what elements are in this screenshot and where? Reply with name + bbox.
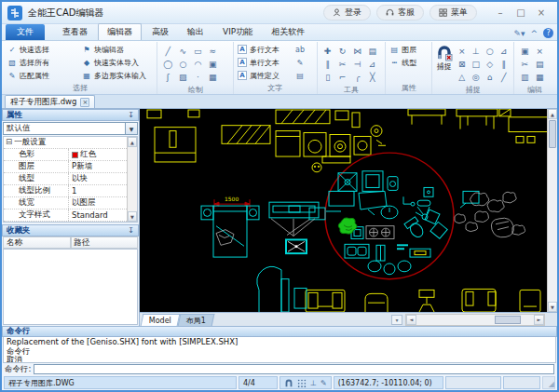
ellipse-icon[interactable]: ○: [176, 58, 189, 70]
quick-select-button[interactable]: ✓快速选择: [6, 43, 80, 56]
snap-parallel-icon[interactable]: ∥: [498, 58, 510, 70]
snap-node-icon[interactable]: □: [470, 58, 482, 70]
quick-entity-import-button[interactable]: ◆快速实体导入: [80, 56, 148, 69]
offset-icon[interactable]: ∥: [321, 58, 334, 70]
join-icon[interactable]: ⌐: [336, 71, 349, 83]
command-input[interactable]: [34, 364, 554, 374]
quick-edit-icon[interactable]: ✎▾: [513, 29, 525, 38]
property-row[interactable]: 图层 P新墙: [4, 161, 127, 173]
paste-block-icon[interactable]: ▦: [533, 71, 546, 83]
spell-check-icon[interactable]: ab: [293, 43, 307, 56]
block-editor-button[interactable]: ⚑块编辑器: [80, 43, 148, 56]
scale-icon[interactable]: ⊿: [366, 58, 379, 70]
document-tab[interactable]: 程子专用图库.dwg ×: [5, 95, 95, 108]
yellow-appliance-blocks[interactable]: [147, 109, 547, 172]
chevron-down-icon[interactable]: ▼: [125, 123, 137, 134]
break-icon[interactable]: ▯: [321, 71, 334, 83]
document-close-icon[interactable]: ×: [80, 98, 89, 107]
explode-icon[interactable]: ╳: [366, 71, 379, 83]
ribbon-tab[interactable]: 高级: [143, 24, 177, 40]
copy-icon[interactable]: ▣: [518, 45, 531, 57]
table-icon[interactable]: ▦: [206, 71, 219, 83]
cut-icon[interactable]: ✂: [518, 58, 531, 70]
circle-icon[interactable]: ◯: [161, 58, 174, 70]
ribbon-tab[interactable]: 编辑器: [98, 23, 142, 40]
paste-icon[interactable]: ▤: [533, 58, 546, 70]
fillet-icon[interactable]: ╭: [351, 71, 364, 83]
property-row[interactable]: 线型 以块: [4, 173, 127, 185]
snap-toggle-icon[interactable]: [284, 378, 293, 387]
ribbon-tab[interactable]: 查看器: [54, 24, 96, 40]
model-tab[interactable]: Model: [141, 314, 181, 326]
select-all-button[interactable]: ▧选择所有: [6, 56, 80, 69]
close-button[interactable]: ×: [531, 5, 552, 20]
yellow-chair-blocks[interactable]: [306, 289, 540, 312]
grid-toggle-icon[interactable]: [297, 378, 307, 387]
minimize-button[interactable]: –: [490, 5, 511, 20]
cad-viewport[interactable]: 1500: [140, 109, 547, 312]
ribbon-tab[interactable]: 输出: [179, 24, 212, 40]
menu-button[interactable]: 菜单: [429, 5, 477, 20]
snap-master-button[interactable]: 捕捉: [434, 43, 454, 72]
snap-midpoint-icon[interactable]: △: [456, 71, 468, 83]
snap-nearest-icon[interactable]: ⊿: [498, 45, 510, 57]
favorites-column-header[interactable]: 路径: [71, 237, 139, 249]
extend-icon[interactable]: ⊣: [351, 58, 364, 70]
horizontal-scroll-thumb[interactable]: [495, 316, 521, 324]
copy-base-icon[interactable]: ▥: [518, 71, 531, 83]
snap-intersection-icon[interactable]: ×: [456, 45, 468, 57]
style-toggle-icon[interactable]: ✎: [320, 379, 327, 387]
single-line-text-button[interactable]: A单行文本: [236, 56, 293, 69]
point-icon[interactable]: ·: [191, 71, 204, 83]
vertical-scrollbar[interactable]: ▲ ▼: [547, 109, 557, 312]
collapse-ribbon-icon[interactable]: ^: [530, 29, 538, 38]
spline-icon[interactable]: ʃ: [161, 71, 174, 83]
delete-icon[interactable]: ×: [533, 45, 546, 57]
snap-perpendicular-icon[interactable]: ⊥: [470, 45, 482, 57]
revision-cloud-icon[interactable]: ≈: [206, 45, 219, 57]
scroll-down-icon[interactable]: ▼: [128, 211, 137, 222]
layout1-tab[interactable]: 布局1: [178, 314, 215, 326]
snap-tangent-icon[interactable]: ⌂: [484, 71, 496, 83]
red-selection-circle[interactable]: [214, 153, 454, 279]
snap-quadrant-icon[interactable]: ◇: [484, 58, 496, 70]
help-icon[interactable]: ?: [543, 28, 553, 38]
ortho-toggle-icon[interactable]: ⊥: [310, 379, 317, 387]
scroll-up-icon[interactable]: ▲: [548, 109, 557, 119]
array-icon[interactable]: ▤: [366, 45, 379, 57]
login-button[interactable]: 登录: [323, 5, 371, 20]
rotate-icon[interactable]: ↻: [336, 45, 349, 57]
hatch-icon[interactable]: ▨: [176, 71, 189, 83]
pin-icon[interactable]: ↧: [128, 111, 134, 119]
trim-icon[interactable]: ✂: [336, 58, 349, 70]
favorites-list[interactable]: [3, 249, 138, 325]
canvas-area[interactable]: 1500: [140, 109, 557, 326]
property-row[interactable]: 线宽 以图层: [4, 197, 127, 210]
linetype-button[interactable]: ┅线型: [388, 56, 418, 69]
polygon-entity-input-button[interactable]: ▦多边形实体输入: [80, 69, 148, 82]
scroll-down-icon[interactable]: ▼: [548, 302, 557, 312]
vertical-scroll-thumb[interactable]: [549, 120, 556, 148]
yellow-stripe-block[interactable]: [415, 251, 426, 255]
snap-extension-icon[interactable]: ╱: [498, 71, 510, 83]
property-row[interactable]: 文字样式 Standard: [4, 210, 127, 222]
cyan-furniture-blocks[interactable]: [201, 171, 479, 312]
scroll-right-icon[interactable]: ►: [534, 315, 544, 325]
file-menu-button[interactable]: 文件: [6, 24, 45, 40]
favorites-column-header[interactable]: 名称: [3, 237, 71, 249]
pin-icon[interactable]: ↧: [128, 226, 134, 235]
mirror-icon[interactable]: ⋈: [351, 45, 364, 57]
preset-dropdown[interactable]: 默认值 ▼: [3, 122, 138, 135]
attribute-definition-button[interactable]: A属性定义: [236, 69, 293, 82]
scroll-left-icon[interactable]: ◄: [406, 315, 416, 325]
arc-icon[interactable]: ◠: [191, 58, 204, 70]
property-scrollbar[interactable]: ▲ ▼: [127, 137, 137, 222]
resize-grip[interactable]: ◢: [542, 376, 555, 389]
ribbon-tab[interactable]: VIP功能: [214, 24, 261, 40]
polyline-icon[interactable]: ∿: [176, 45, 189, 57]
multiline-text-button[interactable]: A多行文本: [236, 43, 293, 56]
property-row[interactable]: ⊟一般设置: [4, 137, 127, 149]
cad-drawing[interactable]: 1500: [140, 109, 547, 312]
property-row[interactable]: 线型比例 1: [4, 185, 127, 197]
command-history[interactable]: Replacement of the [Geniso.SHX] font wit…: [3, 337, 556, 363]
